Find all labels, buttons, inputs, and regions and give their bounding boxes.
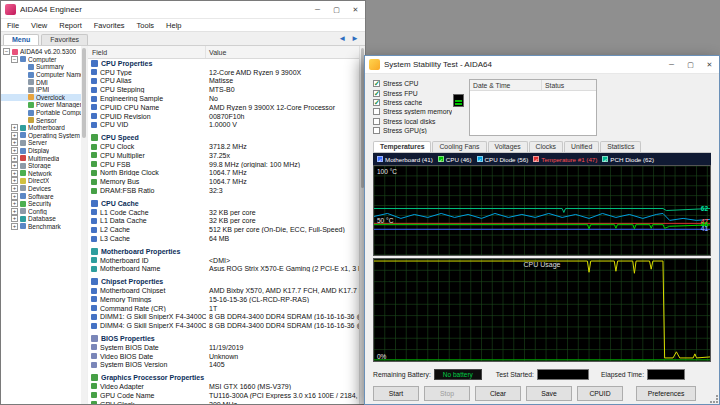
button-preferences[interactable]: Preferences xyxy=(636,386,696,401)
tree-item-devices[interactable]: +Devices xyxy=(1,185,86,193)
field-row-cpu-stepping[interactable]: CPU SteppingMTS-B0 xyxy=(88,85,359,94)
tree-item-software[interactable]: +Software xyxy=(1,192,86,200)
tree-item-computer-name[interactable]: Computer Name xyxy=(1,71,86,79)
stress-option-stress-cpu[interactable]: ✓Stress CPU xyxy=(373,79,461,88)
stress-checkbox[interactable]: ✓ xyxy=(373,99,380,106)
field-row-system-bios-version[interactable]: System BIOS Version1405 xyxy=(88,361,359,370)
menu-view[interactable]: View xyxy=(25,21,53,30)
field-row-cpu-alias[interactable]: CPU AliasMatisse xyxy=(88,77,359,86)
sst-titlebar[interactable]: System Stability Test - AIDA64 ─▢✕ xyxy=(365,56,719,74)
tree-item-overclock[interactable]: Overclock xyxy=(1,94,86,102)
log-col-datetime[interactable]: Date & Time xyxy=(470,80,542,90)
tree-item-benchmark[interactable]: +Benchmark xyxy=(1,223,86,231)
field-row-memory-bus[interactable]: Memory Bus1064.7 MHz xyxy=(88,177,359,186)
field-row-command-rate-cr[interactable]: Command Rate (CR)1T xyxy=(88,304,359,313)
field-row-motherboard-id[interactable]: Motherboard ID<DMI> xyxy=(88,256,359,265)
tab-clocks[interactable]: Clocks xyxy=(529,141,563,152)
tree-expander-icon[interactable]: + xyxy=(11,215,18,222)
field-row-l1-code-cache[interactable]: L1 Code Cache32 KB per core xyxy=(88,208,359,217)
tree-expander-icon[interactable]: + xyxy=(11,185,18,192)
tab-statistics[interactable]: Statistics xyxy=(600,141,641,152)
field-row-motherboard-chipset[interactable]: Motherboard ChipsetAMD Bixby X570, AMD K… xyxy=(88,286,359,295)
tree-item-portable-computer[interactable]: Portable Computer xyxy=(1,109,86,117)
tree-item-directx[interactable]: +DirectX xyxy=(1,177,86,185)
tree-item-operating-system[interactable]: +Operating System xyxy=(1,132,86,140)
tree-item-network[interactable]: +Network xyxy=(1,170,86,178)
tree-expander-icon[interactable]: + xyxy=(11,208,18,215)
legend-temperature-1-47[interactable]: ✓Temperature #1 (47) xyxy=(533,156,597,163)
nav-forward-icon[interactable]: ► xyxy=(351,34,359,44)
tree-item-computer[interactable]: −Computer xyxy=(1,56,86,64)
menu-report[interactable]: Report xyxy=(53,21,88,30)
tree-scroll-thumb[interactable] xyxy=(82,48,86,138)
field-row-dimm1-g-skill-sniperx-f4-3400c16-8gsxw[interactable]: DIMM1: G Skill SniperX F4-3400C16-8GSXW8… xyxy=(88,313,359,322)
button-clear[interactable]: Clear xyxy=(475,386,521,401)
tree-expander-icon[interactable]: + xyxy=(11,193,18,200)
tree-item-ipmi[interactable]: IPMI xyxy=(1,86,86,94)
tree-expander-icon[interactable]: + xyxy=(11,223,18,230)
field-row-engineering-sample[interactable]: Engineering SampleNo xyxy=(88,94,359,103)
tree-item-display[interactable]: +Display xyxy=(1,147,86,155)
stress-checkbox[interactable] xyxy=(373,127,380,134)
close-button[interactable]: ✕ xyxy=(700,56,719,73)
resize-grip[interactable] xyxy=(710,395,718,403)
tree-expander-icon[interactable]: − xyxy=(3,48,10,55)
field-row-cpu-fsb[interactable]: CPU FSB99.8 MHz (original: 100 MHz) xyxy=(88,160,359,169)
field-row-dram-fsb-ratio[interactable]: DRAM:FSB Ratio32:3 xyxy=(88,186,359,195)
tab-favorites[interactable]: Favorites xyxy=(41,34,88,45)
tree-expander-icon[interactable]: + xyxy=(11,155,18,162)
stress-checkbox[interactable] xyxy=(373,118,380,125)
tree-item-storage[interactable]: +Storage xyxy=(1,162,86,170)
legend-pch-diode-62[interactable]: ✓PCH Diode (62) xyxy=(602,156,654,163)
field-row-cpuid-revision[interactable]: CPUID Revision00870F10h xyxy=(88,112,359,121)
stress-checkbox[interactable]: ✓ xyxy=(373,80,380,87)
tree-item-config[interactable]: +Config xyxy=(1,207,86,215)
tree-item-motherboard[interactable]: +Motherboard xyxy=(1,124,86,132)
field-row-cpu-vid[interactable]: CPU VID1.0000 V xyxy=(88,121,359,130)
tab-temperatures[interactable]: Temperatures xyxy=(373,141,431,152)
stress-checkbox[interactable] xyxy=(373,108,380,115)
field-row-l1-data-cache[interactable]: L1 Data Cache32 KB per core xyxy=(88,217,359,226)
field-row-cpuid-cpu-name[interactable]: CPUID CPU NameAMD Ryzen 9 3900X 12-Core … xyxy=(88,103,359,112)
stress-option-stress-cache[interactable]: ✓Stress cache xyxy=(373,98,461,107)
field-row-video-bios-date[interactable]: Video BIOS DateUnknown xyxy=(88,352,359,361)
field-row-motherboard-name[interactable]: Motherboard NameAsus ROG Strix X570-E Ga… xyxy=(88,265,359,274)
legend-cpu-diode-56[interactable]: ✓CPU Diode (56) xyxy=(477,156,529,163)
tree-item-multimedia[interactable]: +Multimedia xyxy=(1,154,86,162)
tree-item-aida64-v6-20-5300[interactable]: −AIDA64 v6.20.5300 xyxy=(1,48,86,56)
tree-expander-icon[interactable]: + xyxy=(11,132,18,139)
nav-back-icon[interactable]: ◄ xyxy=(338,34,346,44)
tree-expander-icon[interactable]: + xyxy=(11,139,18,146)
maximize-button[interactable]: ▢ xyxy=(327,1,346,18)
stress-option-stress-gpu-s[interactable]: Stress GPU(s) xyxy=(373,126,461,135)
field-row-memory-timings[interactable]: Memory Timings15-16-15-36 (CL-RCD-RP-RAS… xyxy=(88,295,359,304)
tab-cooling-fans[interactable]: Cooling Fans xyxy=(432,141,486,152)
field-row-dimm4-g-skill-sniperx-f4-3400c16-8gsxw[interactable]: DIMM4: G Skill SniperX F4-3400C16-8GSXW8… xyxy=(88,321,359,330)
menu-file[interactable]: File xyxy=(1,21,25,30)
close-button[interactable]: ✕ xyxy=(346,1,365,18)
menu-help[interactable]: Help xyxy=(160,21,187,30)
tree-expander-icon[interactable]: − xyxy=(11,56,18,63)
field-row-l3-cache[interactable]: L3 Cache64 MB xyxy=(88,234,359,243)
field-column-header[interactable]: Field xyxy=(88,46,206,58)
field-row-l2-cache[interactable]: L2 Cache512 KB per core (On-Die, ECC, Fu… xyxy=(88,225,359,234)
tree-expander-icon[interactable]: + xyxy=(11,177,18,184)
tab-voltages[interactable]: Voltages xyxy=(488,141,528,152)
stress-option-stress-fpu[interactable]: ✓Stress FPU xyxy=(373,88,461,97)
field-row-gpu-clock[interactable]: GPU Clock300 MHz xyxy=(88,400,359,404)
button-save[interactable]: Save xyxy=(526,386,572,401)
tree-item-server[interactable]: +Server xyxy=(1,139,86,147)
stress-option-stress-local-disks[interactable]: Stress local disks xyxy=(373,117,461,126)
aida64-titlebar[interactable]: AIDA64 Engineer ─▢✕ xyxy=(1,1,365,19)
tab-unified[interactable]: Unified xyxy=(564,141,599,152)
tree-expander-icon[interactable]: + xyxy=(11,170,18,177)
tab-menu[interactable]: Menu xyxy=(3,34,39,45)
tree-item-sensor[interactable]: Sensor xyxy=(1,116,86,124)
value-column-header[interactable]: Value xyxy=(206,49,359,56)
field-row-cpu-clock[interactable]: CPU Clock3718.2 MHz xyxy=(88,142,359,151)
tree-item-security[interactable]: +Security xyxy=(1,200,86,208)
field-row-cpu-multiplier[interactable]: CPU Multiplier37.25x xyxy=(88,151,359,160)
field-row-system-bios-date[interactable]: System BIOS Date11/19/2019 xyxy=(88,343,359,352)
tree-scrollbar[interactable] xyxy=(81,46,87,404)
tree-expander-icon[interactable]: + xyxy=(11,162,18,169)
